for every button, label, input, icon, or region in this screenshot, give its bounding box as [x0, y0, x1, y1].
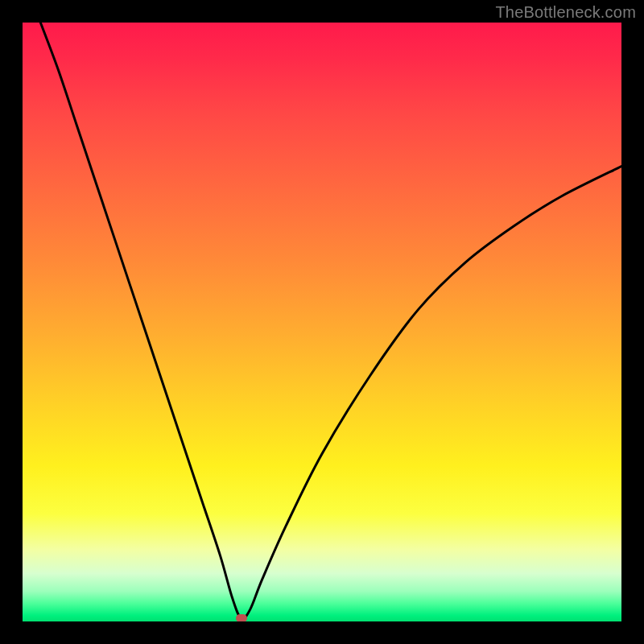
watermark-text: TheBottleneck.com: [495, 3, 636, 22]
chart-frame: TheBottleneck.com: [0, 0, 644, 644]
minimum-marker-icon: [236, 614, 247, 621]
bottleneck-curve: [23, 23, 621, 621]
plot-area: [23, 23, 621, 621]
